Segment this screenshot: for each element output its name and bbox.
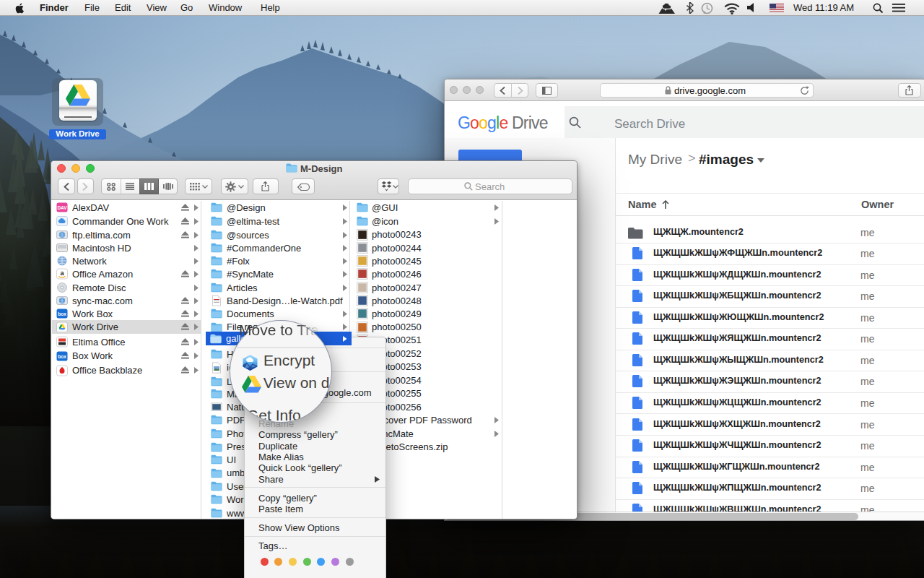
svg-text:box: box <box>58 311 66 316</box>
svg-text:DAV: DAV <box>57 205 67 210</box>
svg-text:box: box <box>58 354 66 359</box>
